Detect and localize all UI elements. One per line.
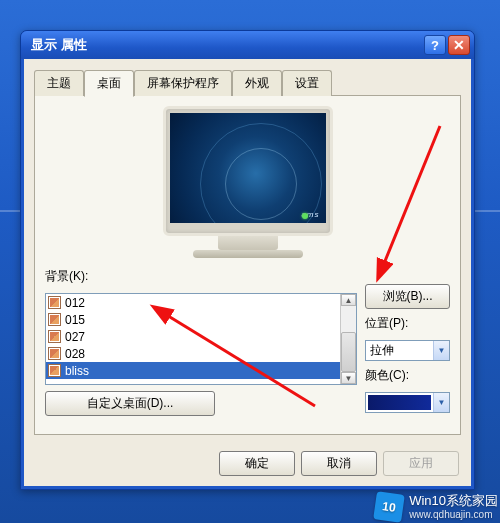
wallpaper-preview: ams xyxy=(45,106,450,258)
position-label: 位置(P): xyxy=(365,315,450,332)
tab-panel-desktop: ams 背景(K): 012 015 027 xyxy=(34,95,461,435)
position-combo[interactable]: 拉伸 ▼ xyxy=(365,340,450,361)
titlebar[interactable]: 显示 属性 ? ✕ xyxy=(21,31,474,59)
tab-settings[interactable]: 设置 xyxy=(282,70,332,96)
bitmap-file-icon xyxy=(48,330,61,343)
scroll-up-button[interactable]: ▲ xyxy=(341,294,356,306)
background-label: 背景(K): xyxy=(45,268,357,285)
color-label: 颜色(C): xyxy=(365,367,450,384)
bitmap-file-icon xyxy=(48,296,61,309)
customize-desktop-button[interactable]: 自定义桌面(D)... xyxy=(45,391,215,416)
list-item[interactable]: 012 xyxy=(46,294,340,311)
chevron-down-icon[interactable]: ▼ xyxy=(433,341,449,360)
watermark-title: Win10系统家园 xyxy=(409,494,498,508)
tab-desktop[interactable]: 桌面 xyxy=(84,70,134,97)
scrollbar[interactable]: ▲ ▼ xyxy=(340,294,356,384)
watermark: 10 Win10系统家园 www.qdhuajin.com xyxy=(375,493,498,521)
tab-row: 主题 桌面 屏幕保护程序 外观 设置 xyxy=(34,70,461,96)
scroll-track[interactable] xyxy=(341,306,356,372)
color-swatch xyxy=(368,395,431,410)
bitmap-file-icon xyxy=(48,347,61,360)
bitmap-file-icon xyxy=(48,313,61,326)
background-listbox[interactable]: 012 015 027 028 bliss ▲ ▼ xyxy=(45,293,357,385)
list-item-selected[interactable]: bliss xyxy=(46,362,340,379)
preview-screen: ams xyxy=(170,113,326,223)
color-combo[interactable]: ▼ xyxy=(365,392,450,413)
tab-screensaver[interactable]: 屏幕保护程序 xyxy=(134,70,232,96)
browse-button[interactable]: 浏览(B)... xyxy=(365,284,450,309)
window-title: 显示 属性 xyxy=(31,36,422,54)
bottom-button-bar: 确定 取消 应用 xyxy=(24,443,471,486)
tab-theme[interactable]: 主题 xyxy=(34,70,84,96)
client-area: 主题 桌面 屏幕保护程序 外观 设置 ams xyxy=(24,59,471,486)
tab-appearance[interactable]: 外观 xyxy=(232,70,282,96)
power-led-icon xyxy=(302,213,308,219)
watermark-logo-icon: 10 xyxy=(373,491,405,523)
cancel-button[interactable]: 取消 xyxy=(301,451,377,476)
list-item[interactable]: 015 xyxy=(46,311,340,328)
scroll-down-button[interactable]: ▼ xyxy=(341,372,356,384)
bitmap-file-icon xyxy=(48,364,61,377)
list-item[interactable]: 027 xyxy=(46,328,340,345)
close-button[interactable]: ✕ xyxy=(448,35,470,55)
apply-button[interactable]: 应用 xyxy=(383,451,459,476)
background-items: 012 015 027 028 bliss xyxy=(46,294,340,384)
scroll-thumb[interactable] xyxy=(341,332,356,372)
position-value: 拉伸 xyxy=(366,341,433,360)
ok-button[interactable]: 确定 xyxy=(219,451,295,476)
chevron-down-icon[interactable]: ▼ xyxy=(433,393,449,412)
display-properties-dialog: 显示 属性 ? ✕ 主题 桌面 屏幕保护程序 外观 设置 ams xyxy=(20,30,475,490)
watermark-url: www.qdhuajin.com xyxy=(409,509,498,520)
list-item[interactable]: 028 xyxy=(46,345,340,362)
help-button[interactable]: ? xyxy=(424,35,446,55)
